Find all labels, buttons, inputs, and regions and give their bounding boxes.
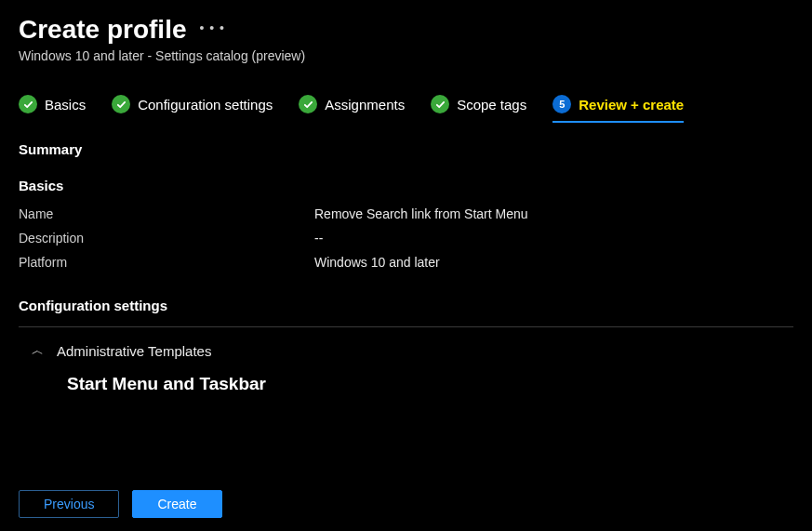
kv-row: Description -- <box>19 231 793 246</box>
kv-key-description: Description <box>19 231 314 246</box>
page-subtitle: Windows 10 and later - Settings catalog … <box>19 48 793 63</box>
page-title: Create profile <box>19 15 187 45</box>
basics-heading: Basics <box>19 178 793 193</box>
check-icon <box>299 95 317 113</box>
step-scope-tags[interactable]: Scope tags <box>431 95 526 119</box>
step-review-create[interactable]: 5 Review + create <box>552 95 684 119</box>
kv-row: Platform Windows 10 and later <box>19 255 793 270</box>
step-basics[interactable]: Basics <box>19 95 86 119</box>
tree-child-start-menu-taskbar: Start Menu and Taskbar <box>19 361 793 394</box>
check-icon <box>112 95 130 113</box>
more-actions-icon[interactable]: • • • <box>200 20 225 39</box>
step-configuration-settings[interactable]: Configuration settings <box>112 95 273 119</box>
configuration-settings-heading: Configuration settings <box>19 298 793 323</box>
step-label: Basics <box>45 97 86 113</box>
check-icon <box>431 95 449 113</box>
kv-key-platform: Platform <box>19 255 314 270</box>
step-label: Scope tags <box>457 97 526 113</box>
wizard-steps: Basics Configuration settings Assignment… <box>0 71 812 128</box>
kv-key-name: Name <box>19 206 314 221</box>
tree-parent-administrative-templates[interactable]: ︿ Administrative Templates <box>19 340 793 361</box>
step-label: Configuration settings <box>138 97 273 113</box>
summary-heading: Summary <box>19 141 793 157</box>
chevron-up-icon: ︿ <box>32 342 44 359</box>
kv-val-platform: Windows 10 and later <box>314 255 440 270</box>
tree-parent-label: Administrative Templates <box>57 343 211 359</box>
footer-actions: Previous Create <box>0 479 812 531</box>
create-button[interactable]: Create <box>132 490 221 518</box>
divider <box>19 326 793 327</box>
kv-val-description: -- <box>314 231 323 246</box>
step-label: Assignments <box>325 97 405 113</box>
previous-button[interactable]: Previous <box>19 490 119 518</box>
check-icon <box>19 95 37 113</box>
kv-val-name: Remove Search link from Start Menu <box>314 206 528 221</box>
step-assignments[interactable]: Assignments <box>299 95 405 119</box>
kv-row: Name Remove Search link from Start Menu <box>19 206 793 221</box>
step-number-badge: 5 <box>552 95 571 113</box>
step-label: Review + create <box>579 97 684 113</box>
